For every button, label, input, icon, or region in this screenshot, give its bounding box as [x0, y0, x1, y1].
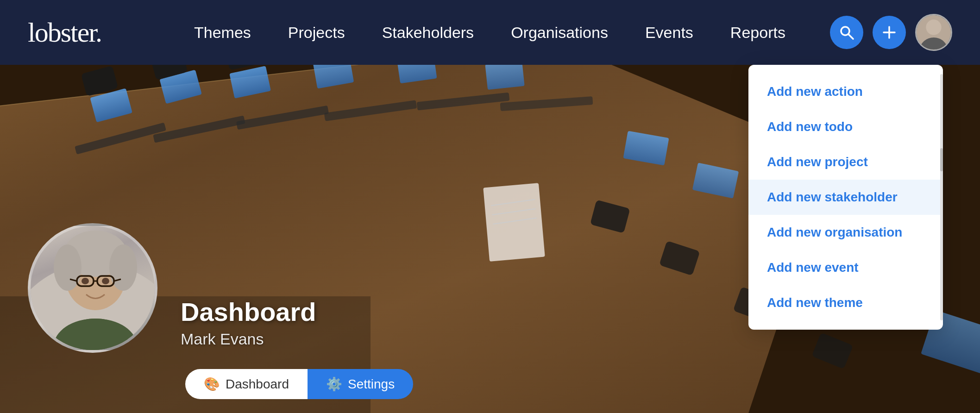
- nav-projects[interactable]: Projects: [288, 24, 345, 42]
- svg-point-54: [102, 278, 109, 284]
- nav-organisations[interactable]: Organisations: [511, 24, 608, 42]
- profile-person-illustration: [31, 226, 157, 353]
- svg-line-1: [848, 34, 853, 39]
- nav-themes[interactable]: Themes: [194, 24, 251, 42]
- settings-tab-label: Settings: [348, 377, 395, 392]
- nav-links: Themes Projects Stakeholders Organisatio…: [194, 24, 830, 42]
- profile-section: Dashboard Mark Evans: [28, 223, 316, 353]
- profile-info: Dashboard Mark Evans: [181, 298, 316, 353]
- dropdown-menu: Add new action Add new todo Add new proj…: [748, 65, 943, 330]
- search-button[interactable]: [830, 16, 863, 49]
- add-event-item[interactable]: Add new event: [748, 250, 943, 285]
- add-button[interactable]: [873, 16, 906, 49]
- settings-icon: ⚙️: [326, 376, 342, 392]
- dropdown-scrollbar: [940, 74, 943, 320]
- svg-rect-16: [485, 65, 524, 90]
- add-project-item[interactable]: Add new project: [748, 144, 943, 180]
- user-name: Mark Evans: [181, 330, 316, 348]
- nav-actions: [830, 14, 952, 51]
- add-organisation-item[interactable]: Add new organisation: [748, 215, 943, 250]
- navbar: lobster. Themes Projects Stakeholders Or…: [0, 0, 980, 65]
- nav-stakeholders[interactable]: Stakeholders: [382, 24, 474, 42]
- dropdown-scrollbar-thumb: [940, 148, 943, 171]
- add-action-item[interactable]: Add new action: [748, 74, 943, 109]
- tab-bar: 🎨 Dashboard ⚙️ Settings: [185, 369, 413, 399]
- add-theme-item[interactable]: Add new theme: [748, 285, 943, 320]
- page-title: Dashboard: [181, 298, 316, 326]
- dashboard-icon: 🎨: [204, 376, 220, 392]
- plus-icon: [881, 24, 898, 41]
- avatar-image: [917, 15, 951, 50]
- logo[interactable]: lobster.: [28, 17, 101, 49]
- svg-point-53: [82, 278, 89, 284]
- add-stakeholder-item[interactable]: Add new stakeholder: [748, 180, 943, 215]
- dashboard-tab-label: Dashboard: [226, 377, 289, 392]
- svg-rect-38: [483, 183, 545, 262]
- avatar-person-icon: [917, 14, 951, 51]
- user-avatar[interactable]: [915, 14, 952, 51]
- search-icon: [838, 24, 855, 41]
- tab-dashboard[interactable]: 🎨 Dashboard: [185, 369, 308, 399]
- nav-events[interactable]: Events: [645, 24, 693, 42]
- profile-avatar: [28, 223, 157, 353]
- svg-point-5: [926, 19, 941, 35]
- nav-reports[interactable]: Reports: [730, 24, 785, 42]
- add-todo-item[interactable]: Add new todo: [748, 109, 943, 144]
- tab-settings[interactable]: ⚙️ Settings: [308, 369, 413, 399]
